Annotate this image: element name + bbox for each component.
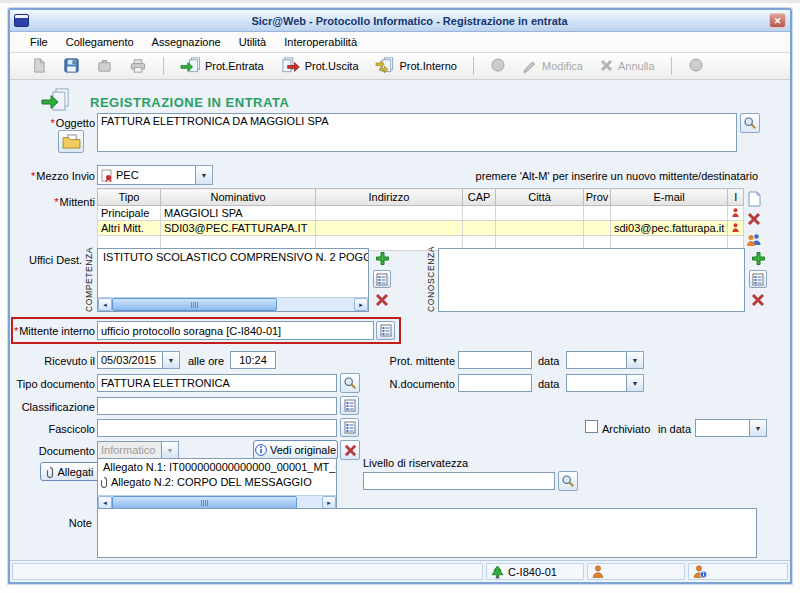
prot-interno-button[interactable]: Prot.Interno <box>369 54 463 78</box>
ricevuto-date-dropdown-arrow[interactable]: ▼ <box>163 351 180 369</box>
allegato-item-2[interactable]: Allegato N.2: CORPO DEL MESSAGGIO <box>98 474 336 489</box>
cell-nominativo[interactable]: SDI03@PEC.FATTURAPA.IT <box>161 221 316 236</box>
cell-sender-icon[interactable] <box>728 221 744 236</box>
archiviato-checkbox[interactable] <box>585 420 598 433</box>
col-i[interactable]: I <box>728 189 744 206</box>
fascicolo-pick-button[interactable] <box>340 418 359 437</box>
cell-tipo[interactable]: Principale <box>98 206 161 221</box>
conoscenza-add-button[interactable] <box>749 249 767 267</box>
menu-file[interactable]: File <box>22 34 56 50</box>
classificazione-input[interactable] <box>97 397 337 415</box>
mezzo-invio-dropdown-arrow[interactable]: ▼ <box>196 165 213 185</box>
col-cap[interactable]: CAP <box>463 189 496 206</box>
documento-delete-button[interactable] <box>340 440 360 460</box>
livello-riservatezza-search-button[interactable] <box>558 471 578 491</box>
menu-utilita[interactable]: Utilità <box>231 34 275 50</box>
allegati-scrollbar[interactable]: ◄ ► <box>98 495 336 509</box>
cell-prov[interactable] <box>584 221 611 236</box>
n-documento-input[interactable] <box>458 374 532 392</box>
prot-entrata-button[interactable]: Prot.Entrata <box>174 54 270 78</box>
rubrica-button[interactable] <box>745 230 763 248</box>
cell-indirizzo[interactable] <box>316 206 463 221</box>
mittente-interno-input[interactable] <box>97 321 374 340</box>
title-bar[interactable]: Sicr@Web - Protocollo Informatico - Regi… <box>10 10 790 32</box>
classificazione-pick-button[interactable] <box>340 396 359 415</box>
cell-email[interactable] <box>611 206 728 221</box>
cell-prov[interactable] <box>584 206 611 221</box>
competenza-delete-button[interactable] <box>373 291 391 309</box>
col-citta[interactable]: Città <box>496 189 584 206</box>
prot-mittente-data-dropdown-arrow[interactable]: ▼ <box>627 351 644 369</box>
annulla-button[interactable]: Annulla <box>593 56 661 77</box>
prot-uscita-icon <box>280 56 301 76</box>
cell-cap[interactable] <box>463 221 496 236</box>
extra-button[interactable] <box>682 55 710 77</box>
allegati-listbox[interactable]: Allegato N.1: IT000000000000000_00001_MT… <box>97 458 337 510</box>
cell-citta[interactable] <box>496 221 584 236</box>
new-document-button[interactable] <box>24 55 53 78</box>
competenza-item[interactable]: ISTITUTO SCOLASTICO COMPRENSIVO N. 2 POG… <box>98 249 368 264</box>
col-nominativo[interactable]: Nominativo <box>161 189 316 206</box>
cell-citta[interactable] <box>496 206 584 221</box>
mittente-interno-pick-button[interactable] <box>376 321 395 340</box>
conoscenza-delete-button[interactable] <box>749 291 767 309</box>
allegati-button[interactable]: Allegati <box>40 462 100 481</box>
mezzo-invio-value: PEC <box>116 169 139 181</box>
oggetto-search-button[interactable] <box>740 113 760 133</box>
menu-collegamento[interactable]: Collegamento <box>58 34 142 50</box>
documento-combo[interactable]: Informatico ▼ <box>97 441 179 459</box>
competenza-scrollbar[interactable]: ◄ ► <box>98 297 368 311</box>
conoscenza-listbox[interactable] <box>438 248 745 312</box>
prot-mittente-data-combo[interactable]: ▼ <box>566 351 644 369</box>
competenza-listbox[interactable]: ISTITUTO SCOLASTICO COMPRENSIVO N. 2 POG… <box>97 248 369 312</box>
tipo-documento-input[interactable] <box>97 374 337 392</box>
in-data-label: in data <box>658 423 691 435</box>
archiviato-data-combo[interactable]: ▼ <box>695 419 767 437</box>
conoscenza-pick-button[interactable] <box>749 270 767 288</box>
oggetto-folder-button[interactable] <box>58 130 84 153</box>
modifica-label: Modifica <box>542 60 583 72</box>
cell-cap[interactable] <box>463 206 496 221</box>
status-message-cell <box>12 563 483 580</box>
livello-riservatezza-input[interactable] <box>363 472 555 490</box>
col-indirizzo[interactable]: Indirizzo <box>316 189 463 206</box>
fascicolo-input[interactable] <box>97 419 337 437</box>
col-tipo[interactable]: Tipo <box>98 189 161 206</box>
note-textarea[interactable] <box>97 508 757 558</box>
cell-indirizzo[interactable] <box>316 221 463 236</box>
n-documento-data-combo[interactable]: ▼ <box>566 374 644 392</box>
save-button[interactable] <box>57 55 86 78</box>
modifica-button[interactable]: Modifica <box>516 55 589 77</box>
delete-mittente-button[interactable] <box>745 210 763 228</box>
cell-email[interactable]: sdi03@pec.fatturapa.it <box>611 221 728 236</box>
ricevuto-date-combo[interactable]: 05/03/2015 ▼ <box>97 351 180 369</box>
cell-nominativo[interactable]: MAGGIOLI SPA <box>161 206 316 221</box>
documento-dropdown-arrow[interactable]: ▼ <box>162 441 179 459</box>
archiviato-data-dropdown-arrow[interactable]: ▼ <box>750 419 767 437</box>
prot-mittente-input[interactable] <box>458 351 532 369</box>
add-mittente-button[interactable] <box>745 190 763 208</box>
competenza-pick-button[interactable] <box>373 270 391 288</box>
print-button[interactable] <box>123 55 153 78</box>
n-documento-data-dropdown-arrow[interactable]: ▼ <box>627 374 644 392</box>
scrollbar-thumb[interactable] <box>112 298 277 311</box>
mezzo-invio-combo[interactable]: PEC ▼ <box>97 165 213 185</box>
menu-interoperabilita[interactable]: Interoperabilità <box>276 34 365 50</box>
allegato-item-1[interactable]: Allegato N.1: IT000000000000000_00001_MT… <box>98 459 336 474</box>
col-prov[interactable]: Prov <box>584 189 611 206</box>
vedi-originale-button[interactable]: Vedi originale <box>253 440 338 460</box>
menu-assegnazione[interactable]: Assegnazione <box>144 34 229 50</box>
competenza-add-button[interactable] <box>373 249 391 267</box>
prot-uscita-button[interactable]: Prot.Uscita <box>274 54 365 78</box>
cell-tipo[interactable]: Altri Mitt. <box>98 221 161 236</box>
oggetto-textarea[interactable]: FATTURA ELETTRONICA DA MAGGIOLI SPA <box>97 113 737 152</box>
close-button[interactable]: ✕ <box>769 13 786 28</box>
cell-sender-icon[interactable] <box>728 206 744 221</box>
col-email[interactable]: E-mail <box>611 189 728 206</box>
toolbar-separator <box>163 57 164 75</box>
scroll-left-button[interactable]: ◄ <box>98 298 112 311</box>
scroll-right-button[interactable]: ► <box>354 298 368 311</box>
register-button[interactable] <box>484 55 512 77</box>
archive-button[interactable] <box>90 55 119 78</box>
ricevuto-time-input[interactable] <box>230 351 276 369</box>
